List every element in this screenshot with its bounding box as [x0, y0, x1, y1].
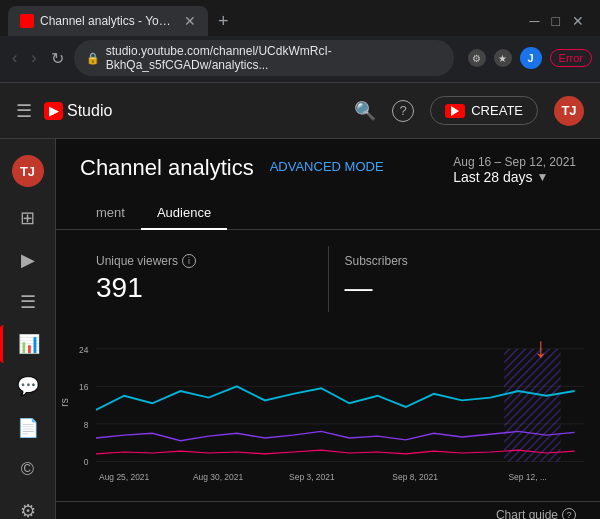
yt-studio-text: Studio [67, 102, 112, 120]
chart-guide-button[interactable]: Chart guide ? [496, 508, 576, 519]
app: ☰ ▶ Studio 🔍 ? CREATE TJ TJ ⊞ [0, 83, 600, 519]
dashboard-icon: ⊞ [20, 207, 35, 229]
settings-icon: ⚙ [20, 500, 36, 519]
forward-button[interactable]: › [27, 47, 40, 69]
yt-logo[interactable]: ▶ Studio [44, 102, 112, 120]
maximize-icon[interactable]: □ [552, 13, 560, 29]
sidebar-item-subtitles[interactable]: 📄 [0, 409, 55, 447]
sidebar-item-avatar[interactable]: TJ [0, 147, 55, 195]
red-arrow-indicator: ↓ [534, 332, 548, 364]
advanced-mode-button[interactable]: ADVANCED MODE [270, 159, 384, 174]
svg-rect-9 [504, 349, 560, 462]
address-bar-row: ‹ › ↻ 🔒 studio.youtube.com/channel/UCdkW… [0, 36, 600, 82]
svg-text:Sep 8, 2021: Sep 8, 2021 [392, 472, 438, 482]
svg-text:Sep 12, ...: Sep 12, ... [508, 472, 546, 482]
page-header: Channel analytics ADVANCED MODE Aug 16 –… [56, 139, 600, 185]
y-axis-label: rs [59, 399, 70, 407]
tab-close-button[interactable]: ✕ [184, 13, 196, 29]
subscribers-label: Subscribers [345, 254, 561, 268]
svg-text:Aug 30, 2021: Aug 30, 2021 [193, 472, 244, 482]
analytics-icon: 📊 [18, 333, 40, 355]
chart-container: rs ↓ 24 16 8 0 [56, 328, 600, 501]
stat-unique-viewers: Unique viewers i 391 [80, 246, 329, 312]
sidebar: TJ ⊞ ▶ ☰ 📊 💬 📄 © ⚙ [0, 139, 56, 519]
videos-icon: ▶ [21, 249, 35, 271]
stats-row: Unique viewers i 391 Subscribers — [56, 230, 600, 328]
browser-chrome: Channel analytics - YouTube Stu... ✕ + ─… [0, 0, 600, 83]
svg-text:Aug 25, 2021: Aug 25, 2021 [99, 472, 150, 482]
date-range-hint: Aug 16 – Sep 12, 2021 [453, 155, 576, 169]
extension-icons: ⚙ ★ J Error [468, 47, 592, 69]
sidebar-item-monetize[interactable]: © [0, 451, 55, 488]
svg-text:0: 0 [84, 457, 89, 467]
svg-text:16: 16 [79, 382, 89, 392]
chart-footer: Chart guide ? [56, 501, 600, 519]
unique-viewers-label: Unique viewers i [96, 254, 312, 268]
subtitles-icon: 📄 [17, 417, 39, 439]
stat-subscribers: Subscribers — [329, 246, 577, 312]
yt-icon: ▶ [44, 102, 63, 120]
svg-text:24: 24 [79, 345, 89, 355]
reload-button[interactable]: ↻ [47, 47, 68, 70]
address-text: studio.youtube.com/channel/UCdkWmRcI-Bkh… [106, 44, 442, 72]
sidebar-item-playlists[interactable]: ☰ [0, 283, 55, 321]
page-title: Channel analytics [80, 155, 254, 181]
chart-svg: 24 16 8 0 [96, 328, 584, 501]
create-cam-icon [445, 104, 465, 118]
sidebar-item-settings[interactable]: ⚙ [0, 492, 55, 519]
chart-guide-label: Chart guide [496, 508, 558, 519]
dropdown-arrow-icon: ▼ [537, 170, 549, 184]
minimize-icon[interactable]: ─ [530, 13, 540, 29]
tab-title: Channel analytics - YouTube Stu... [40, 14, 172, 28]
close-icon[interactable]: ✕ [572, 13, 584, 29]
date-range-label: Last 28 days ▼ [453, 169, 576, 185]
back-button[interactable]: ‹ [8, 47, 21, 69]
tab-bar: Channel analytics - YouTube Stu... ✕ + ─… [0, 0, 600, 36]
lock-icon: 🔒 [86, 52, 100, 65]
topbar: ☰ ▶ Studio 🔍 ? CREATE TJ [0, 83, 600, 139]
playlists-icon: ☰ [20, 291, 36, 313]
svg-text:8: 8 [84, 420, 89, 430]
tab-audience[interactable]: Audience [141, 197, 227, 230]
user-avatar[interactable]: TJ [554, 96, 584, 126]
sidebar-item-comments[interactable]: 💬 [0, 367, 55, 405]
sidebar-item-analytics[interactable]: 📊 [0, 325, 55, 363]
search-icon[interactable]: 🔍 [354, 100, 376, 122]
sidebar-avatar: TJ [12, 155, 44, 187]
cam-triangle [451, 106, 459, 116]
new-tab-button[interactable]: + [212, 11, 235, 32]
tab-favicon [20, 14, 34, 28]
sidebar-item-dashboard[interactable]: ⊞ [0, 199, 55, 237]
topbar-icons: 🔍 ? CREATE TJ [354, 96, 584, 126]
subscribers-value: — [345, 272, 561, 304]
active-tab[interactable]: Channel analytics - YouTube Stu... ✕ [8, 6, 208, 36]
date-range-selector[interactable]: Aug 16 – Sep 12, 2021 Last 28 days ▼ [453, 155, 576, 185]
profile-button[interactable]: J [520, 47, 542, 69]
window-controls: ─ □ ✕ [530, 13, 592, 29]
chart-guide-info-icon[interactable]: ? [562, 508, 576, 519]
create-button[interactable]: CREATE [430, 96, 538, 125]
tab-overview[interactable]: ment [80, 197, 141, 230]
unique-viewers-value: 391 [96, 272, 312, 304]
comments-icon: 💬 [17, 375, 39, 397]
menu-icon[interactable]: ☰ [16, 100, 32, 122]
svg-text:Sep 3, 2021: Sep 3, 2021 [289, 472, 335, 482]
content-area: Channel analytics ADVANCED MODE Aug 16 –… [56, 139, 600, 519]
address-bar[interactable]: 🔒 studio.youtube.com/channel/UCdkWmRcI-B… [74, 40, 454, 76]
sidebar-item-videos[interactable]: ▶ [0, 241, 55, 279]
monetize-icon: © [21, 459, 34, 480]
analytics-tabs: ment Audience [56, 189, 600, 230]
error-button[interactable]: Error [550, 49, 592, 67]
extensions-icon[interactable]: ⚙ [468, 49, 486, 67]
bookmark-icon[interactable]: ★ [494, 49, 512, 67]
help-icon[interactable]: ? [392, 100, 414, 122]
create-label: CREATE [471, 103, 523, 118]
main-layout: TJ ⊞ ▶ ☰ 📊 💬 📄 © ⚙ [0, 139, 600, 519]
unique-viewers-info-icon[interactable]: i [182, 254, 196, 268]
